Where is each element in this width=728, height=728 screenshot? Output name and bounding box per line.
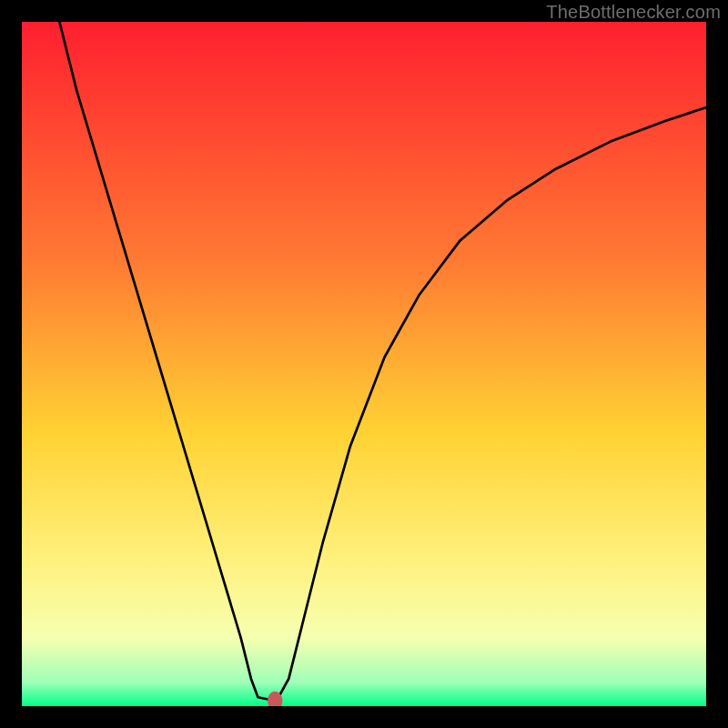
gradient-background (22, 22, 706, 706)
watermark-text: TheBottlenecker.com (546, 2, 721, 23)
chart-canvas (22, 22, 706, 706)
chart-frame: TheBottlenecker.com (0, 0, 728, 728)
